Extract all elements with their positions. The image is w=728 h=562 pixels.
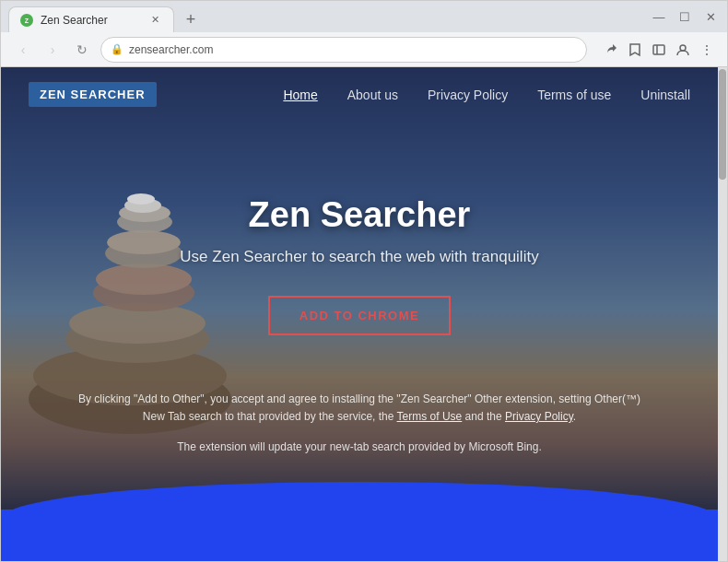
url-bar[interactable]: 🔒 zensearcher.com xyxy=(100,37,587,63)
svg-text:Z: Z xyxy=(25,18,29,24)
disclaimer2-text: The extension will update your new-tab s… xyxy=(1,440,718,472)
tab-bar: Z Zen Searcher ✕ + xyxy=(8,1,204,32)
back-button[interactable]: ‹ xyxy=(12,39,34,61)
svg-rect-2 xyxy=(653,45,664,54)
nav-terms[interactable]: Terms of use xyxy=(537,88,611,102)
more-icon[interactable]: ⋮ xyxy=(698,41,716,59)
bookmark-icon[interactable] xyxy=(626,41,644,59)
tab-favicon: Z xyxy=(20,14,33,27)
nav-uninstall[interactable]: Uninstall xyxy=(640,88,690,102)
sidebar-icon[interactable] xyxy=(650,41,668,59)
hero-title: Zen Searcher xyxy=(38,195,681,235)
url-text: zensearcher.com xyxy=(129,43,577,56)
webpage: ZEN SEARCHER Home About us Privacy Polic… xyxy=(1,67,727,561)
close-button[interactable]: ✕ xyxy=(701,7,720,26)
address-icons: ⋮ xyxy=(602,41,716,59)
refresh-button[interactable]: ↻ xyxy=(71,39,93,61)
nav-home[interactable]: Home xyxy=(283,88,317,102)
lock-icon: 🔒 xyxy=(111,43,123,55)
site-navigation: ZEN SEARCHER Home About us Privacy Polic… xyxy=(1,67,718,122)
tab-close-button[interactable]: ✕ xyxy=(147,13,162,28)
svg-point-4 xyxy=(680,45,686,51)
disclaimer-part2: and the xyxy=(462,410,505,423)
minimize-button[interactable]: — xyxy=(650,7,668,26)
hero-section: ZEN SEARCHER Home About us Privacy Polic… xyxy=(1,67,718,509)
profile-icon[interactable] xyxy=(674,41,692,59)
browser-frame: Z Zen Searcher ✕ + — ☐ ✕ ‹ › ↻ 🔒 zensear… xyxy=(0,0,728,562)
privacy-link[interactable]: Privacy Policy xyxy=(505,410,573,423)
hero-content: Zen Searcher Use Zen Searcher to search … xyxy=(1,122,718,372)
tab-title: Zen Searcher xyxy=(41,14,108,27)
page-content: ZEN SEARCHER Home About us Privacy Polic… xyxy=(1,67,718,561)
disclaimer-part3: . xyxy=(573,410,576,423)
blue-footer xyxy=(1,509,718,561)
nav-about[interactable]: About us xyxy=(347,88,398,102)
nav-privacy[interactable]: Privacy Policy xyxy=(428,88,508,102)
nav-links: Home About us Privacy Policy Terms of us… xyxy=(283,88,690,102)
restore-button[interactable]: ☐ xyxy=(675,7,694,26)
window-controls: — ☐ ✕ xyxy=(650,7,720,26)
share-icon[interactable] xyxy=(602,41,620,59)
site-logo: ZEN SEARCHER xyxy=(29,82,157,107)
title-bar: Z Zen Searcher ✕ + — ☐ ✕ xyxy=(1,1,727,32)
new-tab-button[interactable]: + xyxy=(178,6,204,32)
scroll-thumb[interactable] xyxy=(719,69,726,180)
hero-subtitle: Use Zen Searcher to search the web with … xyxy=(38,248,681,266)
terms-link[interactable]: Terms of Use xyxy=(397,410,463,423)
scrollbar[interactable] xyxy=(718,67,727,561)
add-to-chrome-button[interactable]: ADD TO CHROME xyxy=(268,296,451,335)
disclaimer-text: By clicking "Add to Other", you accept a… xyxy=(1,372,718,440)
active-tab[interactable]: Z Zen Searcher ✕ xyxy=(8,6,174,32)
address-bar: ‹ › ↻ 🔒 zensearcher.com ⋮ xyxy=(1,32,727,67)
forward-button[interactable]: › xyxy=(41,39,64,61)
